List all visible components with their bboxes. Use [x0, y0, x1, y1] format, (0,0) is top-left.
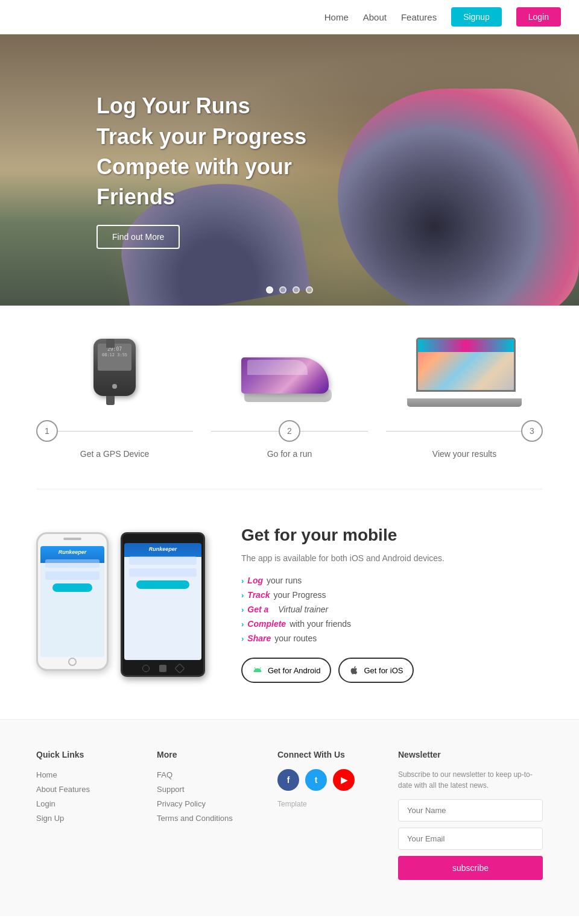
chevron-icon-2: › [241, 591, 244, 600]
step-2-line-right [300, 431, 368, 432]
footer-link-login[interactable]: Login [36, 799, 55, 808]
iphone-screen: Runkeeper [40, 546, 104, 657]
phone-iphone: Runkeeper [36, 532, 109, 671]
step-3: 3 View your results [386, 336, 543, 459]
app-buttons: Get for Android Get for iOS [241, 658, 543, 683]
quick-links-heading: Quick Links [36, 750, 133, 759]
more-list: FAQ Support Privacy Policy Terms and Con… [157, 769, 253, 823]
step-1-image: 29:07 08:12 3:55 [89, 336, 141, 408]
footer-grid: Quick Links Home About Features Login Si… [36, 750, 543, 880]
list-item: Support [157, 784, 253, 794]
phones-container: Runkeeper Runkeeper [36, 532, 205, 677]
footer: Quick Links Home About Features Login Si… [0, 719, 579, 916]
android-button-label: Get for Android [268, 666, 320, 675]
nav-home[interactable]: Home [324, 12, 349, 22]
chevron-icon-4: › [241, 620, 244, 629]
step-1-number: 1 [36, 420, 58, 442]
feature-trainer: › Get a Virtual trainer [241, 605, 543, 614]
step-2-label: Go for a run [267, 449, 312, 459]
feature-log-rest: your runs [267, 576, 302, 585]
footer-link-home[interactable]: Home [36, 770, 57, 779]
step-3-number: 3 [521, 420, 543, 442]
list-item: FAQ [157, 769, 253, 780]
chevron-icon-3: › [241, 605, 244, 614]
step-1-number-row: 1 [36, 420, 193, 442]
template-label: Template [277, 800, 307, 808]
login-button[interactable]: Login [516, 7, 561, 27]
quick-links-list: Home About Features Login Sign Up [36, 769, 133, 823]
subscribe-button[interactable]: subscribe [398, 856, 543, 880]
get-android-button[interactable]: Get for Android [241, 658, 331, 683]
feature-log-bold: Log [247, 576, 263, 585]
feature-list: › Log your runs › Track your Progress › … [241, 576, 543, 643]
feature-log: › Log your runs [241, 576, 543, 585]
android-app-name: Runkeeper [124, 546, 201, 552]
list-item: About Features [36, 784, 133, 794]
step-2-number-row: 2 [211, 420, 368, 442]
step-3-image [407, 336, 522, 408]
step-1-line [58, 431, 193, 432]
footer-link-about-features[interactable]: About Features [36, 785, 90, 794]
list-item: Login [36, 798, 133, 809]
get-ios-button[interactable]: Get for iOS [338, 658, 414, 683]
chevron-icon-5: › [241, 634, 244, 643]
footer-link-support[interactable]: Support [157, 785, 185, 794]
list-item: Sign Up [36, 812, 133, 823]
nav-links: Home About Features [324, 12, 437, 22]
youtube-icon[interactable]: ▶ [333, 769, 355, 791]
hero-shoe-right [338, 89, 579, 306]
hero-dots [266, 286, 313, 294]
find-out-more-button[interactable]: Find out More [96, 225, 180, 249]
hero-dot-4[interactable] [306, 286, 313, 294]
mobile-info: Get for your mobile The app is available… [241, 526, 543, 683]
footer-link-signup[interactable]: Sign Up [36, 814, 64, 823]
twitter-icon[interactable]: t [305, 769, 327, 791]
phone-android: Runkeeper [121, 532, 205, 677]
newsletter-name-input[interactable] [398, 799, 543, 822]
newsletter-description: Subscribe to our newsletter to keep up-t… [398, 769, 543, 791]
more-heading: More [157, 750, 253, 759]
footer-quick-links: Quick Links Home About Features Login Si… [36, 750, 133, 880]
chevron-icon-1: › [241, 576, 244, 585]
feature-track-rest: your Progress [273, 590, 326, 600]
hero-dot-2[interactable] [279, 286, 286, 294]
footer-link-privacy[interactable]: Privacy Policy [157, 799, 206, 808]
step-2-line-left [211, 431, 279, 432]
nav-about[interactable]: About [363, 12, 387, 22]
feature-trainer-italic: Virtual trainer [278, 605, 328, 614]
footer-link-terms[interactable]: Terms and Conditions [157, 814, 233, 823]
steps-grid: 29:07 08:12 3:55 1 Get a [36, 336, 543, 459]
social-icons: f t ▶ [277, 769, 374, 791]
feature-complete: › Complete with your friends [241, 619, 543, 629]
connect-heading: Connect With Us [277, 750, 374, 759]
list-item: Home [36, 769, 133, 780]
step-3-number-row: 3 [386, 420, 543, 442]
step-3-line [386, 431, 521, 432]
step-2: 2 Go for a run [211, 336, 368, 459]
signup-button[interactable]: Signup [451, 7, 502, 27]
footer-connect: Connect With Us f t ▶ Template [277, 750, 374, 880]
footer-more: More FAQ Support Privacy Policy Terms an… [157, 750, 253, 880]
step-1-label: Get a GPS Device [80, 449, 149, 459]
feature-share-rest: your routes [274, 633, 317, 643]
feature-trainer-bold: Get a [247, 605, 268, 614]
mobile-description: The app is available for both iOS and An… [241, 552, 543, 565]
newsletter-heading: Newsletter [398, 750, 543, 759]
ios-button-label: Get for iOS [364, 666, 403, 675]
step-2-image [241, 336, 338, 408]
nav-features[interactable]: Features [401, 12, 437, 22]
hero-dot-1[interactable] [266, 286, 273, 294]
mobile-section: Runkeeper Runkeeper Get for your mobil [0, 489, 579, 719]
facebook-icon[interactable]: f [277, 769, 299, 791]
step-1: 29:07 08:12 3:55 1 Get a [36, 336, 193, 459]
apple-icon [349, 665, 359, 676]
android-icon [252, 665, 263, 676]
hero-dot-3[interactable] [293, 286, 300, 294]
feature-track-bold: Track [247, 590, 270, 600]
newsletter-email-input[interactable] [398, 828, 543, 850]
footer-link-faq[interactable]: FAQ [157, 770, 172, 779]
mobile-title: Get for your mobile [241, 526, 543, 545]
hero-section: Log Your Runs Track your Progress Compet… [0, 34, 579, 306]
steps-section: 29:07 08:12 3:55 1 Get a [0, 306, 579, 489]
list-item: Terms and Conditions [157, 812, 253, 823]
